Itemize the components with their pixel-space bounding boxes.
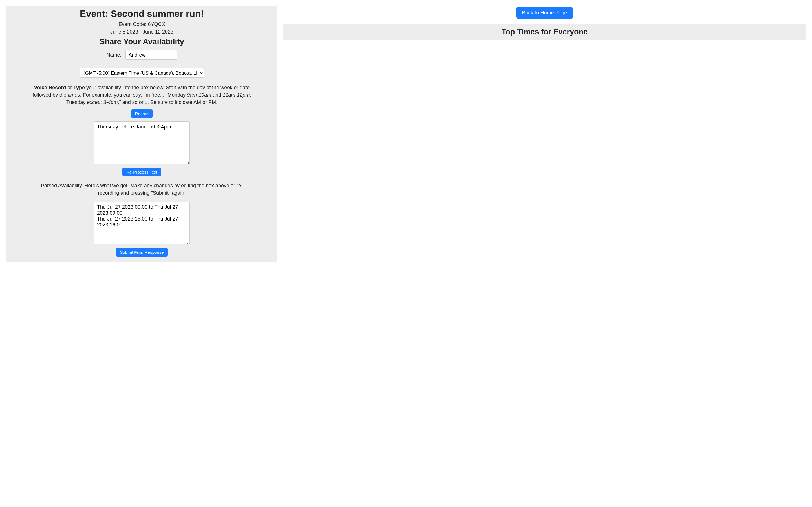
share-availability-heading: Share Your Availability xyxy=(12,37,271,46)
record-button-wrap: Record xyxy=(12,109,271,118)
name-input[interactable] xyxy=(125,50,177,60)
availability-input[interactable] xyxy=(94,121,190,164)
back-to-home-button[interactable]: Back to Home Page xyxy=(516,7,573,18)
record-button[interactable]: Record xyxy=(131,109,153,118)
reprocess-button[interactable]: Re-Process Text xyxy=(122,168,161,176)
timezone-select[interactable]: (GMT -5:00) Eastern Time (US & Canada), … xyxy=(80,68,204,78)
instructions-date: date xyxy=(240,85,250,91)
name-label: Name: xyxy=(106,52,121,58)
event-date-range: June 8 2023 - June 12 2023 xyxy=(12,29,271,35)
parsed-availability-output[interactable] xyxy=(94,202,190,244)
parsed-availability-description: Parsed Availability. Here's what we got.… xyxy=(35,182,249,196)
instructions-text: Voice Record or Type your availability i… xyxy=(26,84,257,106)
event-code: Event Code: 6YQCX xyxy=(12,21,271,27)
instructions-day-of-week: day of the week xyxy=(197,85,232,91)
name-row: Name: xyxy=(12,50,271,60)
submit-final-response-button[interactable]: Submit Final Response xyxy=(116,248,167,257)
instructions-type: Type xyxy=(73,85,85,91)
instructions-times: times xyxy=(68,92,80,98)
instructions-monday: Monday xyxy=(167,92,186,98)
main-panel: Event: Second summer run! Event Code: 6Y… xyxy=(6,6,277,262)
top-times-heading: Top Times for Everyone xyxy=(286,27,803,36)
event-title: Event: Second summer run! xyxy=(12,8,271,19)
instructions-tuesday: Tuesday xyxy=(66,100,86,105)
parsed-availability-label: Parsed Availability xyxy=(41,183,82,188)
instructions-voice-record: Voice Record xyxy=(34,85,66,91)
reprocess-button-wrap: Re-Process Text xyxy=(12,168,271,176)
home-button-wrap: Back to Home Page xyxy=(277,7,812,18)
submit-button-wrap: Submit Final Response xyxy=(12,248,271,257)
top-times-panel: Top Times for Everyone xyxy=(283,24,806,40)
side-panel: Back to Home Page Top Times for Everyone xyxy=(277,6,812,262)
